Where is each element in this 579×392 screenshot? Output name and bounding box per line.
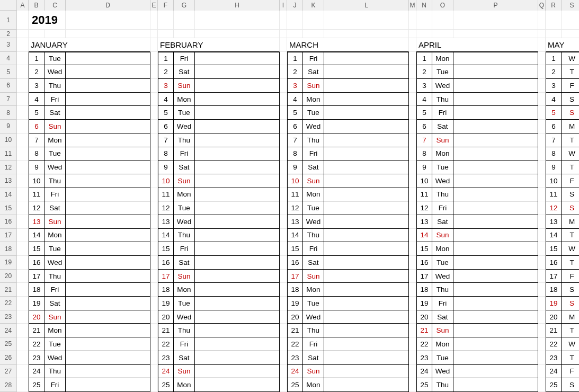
cell[interactable] — [150, 201, 158, 215]
dayname-cell[interactable]: Thu — [432, 188, 453, 202]
dayname-cell[interactable]: Mon — [432, 147, 453, 161]
row-header-10[interactable]: 10 — [0, 133, 16, 147]
col-header-P[interactable]: P — [453, 0, 538, 11]
note-cell[interactable] — [195, 52, 280, 66]
note-cell[interactable] — [66, 297, 150, 310]
dayname-cell[interactable]: Thu — [174, 324, 195, 337]
cell[interactable] — [409, 93, 416, 106]
date-cell[interactable]: 5 — [158, 106, 174, 120]
note-cell[interactable] — [453, 229, 538, 243]
dayname-cell[interactable]: Sun — [44, 215, 66, 229]
cell[interactable] — [409, 174, 416, 188]
date-cell[interactable]: 22 — [287, 337, 303, 351]
dayname-cell[interactable]: Fri — [432, 106, 453, 120]
note-cell[interactable] — [195, 297, 280, 310]
note-cell[interactable] — [324, 52, 409, 66]
date-cell[interactable]: 16 — [546, 256, 562, 270]
dayname-cell[interactable]: Wed — [44, 161, 66, 174]
cell[interactable] — [287, 11, 303, 30]
note-cell[interactable] — [453, 161, 538, 174]
dayname-cell[interactable]: Sat — [44, 297, 66, 310]
dayname-cell[interactable]: Tue — [174, 106, 195, 120]
note-cell[interactable] — [195, 283, 280, 297]
cell[interactable] — [150, 310, 158, 324]
date-cell[interactable]: 8 — [546, 147, 562, 161]
dayname-cell[interactable]: T — [562, 229, 579, 243]
note-cell[interactable] — [324, 65, 409, 79]
note-cell[interactable] — [195, 215, 280, 229]
dayname-cell[interactable]: T — [562, 324, 579, 337]
cell[interactable] — [280, 351, 287, 365]
date-cell[interactable]: 13 — [29, 215, 44, 229]
dayname-cell[interactable]: Fri — [44, 188, 66, 202]
date-cell[interactable]: 12 — [287, 201, 303, 215]
note-cell[interactable] — [195, 324, 280, 337]
date-cell[interactable]: 4 — [287, 93, 303, 106]
date-cell[interactable]: 21 — [546, 324, 562, 337]
dayname-cell[interactable]: Mon — [174, 378, 195, 392]
cell[interactable] — [453, 30, 538, 38]
cell[interactable] — [150, 30, 158, 38]
dayname-cell[interactable]: Fri — [303, 147, 324, 161]
dayname-cell[interactable]: Sat — [303, 161, 324, 174]
date-cell[interactable]: 1 — [158, 52, 174, 66]
col-header-R[interactable]: R — [546, 0, 562, 11]
row-header-8[interactable]: 8 — [0, 106, 16, 120]
note-cell[interactable] — [66, 256, 150, 270]
col-header-K[interactable]: K — [303, 0, 324, 11]
note-cell[interactable] — [195, 256, 280, 270]
cell[interactable] — [538, 147, 546, 161]
row-header-18[interactable]: 18 — [0, 242, 16, 256]
dayname-cell[interactable]: F — [562, 174, 579, 188]
note-cell[interactable] — [195, 229, 280, 243]
cell[interactable] — [538, 65, 546, 79]
dayname-cell[interactable]: Wed — [174, 120, 195, 133]
note-cell[interactable] — [195, 310, 280, 324]
date-cell[interactable]: 22 — [546, 337, 562, 351]
dayname-cell[interactable]: Fri — [174, 337, 195, 351]
dayname-cell[interactable]: Sun — [303, 174, 324, 188]
date-cell[interactable]: 25 — [416, 378, 432, 392]
date-cell[interactable]: 13 — [416, 215, 432, 229]
cell[interactable] — [416, 30, 432, 38]
dayname-cell[interactable]: M — [562, 215, 579, 229]
cell[interactable] — [150, 351, 158, 365]
cell[interactable] — [150, 38, 158, 52]
dayname-cell[interactable]: Fri — [174, 147, 195, 161]
cell[interactable] — [17, 256, 29, 270]
date-cell[interactable]: 18 — [416, 283, 432, 297]
cell[interactable] — [17, 270, 29, 283]
dayname-cell[interactable]: Thu — [174, 229, 195, 243]
date-cell[interactable]: 1 — [416, 52, 432, 66]
note-cell[interactable] — [66, 52, 150, 66]
dayname-cell[interactable]: Wed — [44, 256, 66, 270]
date-cell[interactable]: 10 — [287, 174, 303, 188]
note-cell[interactable] — [324, 378, 409, 392]
cell[interactable] — [280, 30, 287, 38]
note-cell[interactable] — [195, 120, 280, 133]
month-name-may[interactable]: MAY — [546, 38, 579, 52]
date-cell[interactable]: 4 — [158, 93, 174, 106]
dayname-cell[interactable]: Sun — [44, 310, 66, 324]
cell[interactable] — [17, 65, 29, 79]
note-cell[interactable] — [66, 120, 150, 133]
note-cell[interactable] — [453, 106, 538, 120]
cell[interactable] — [17, 201, 29, 215]
note-cell[interactable] — [453, 242, 538, 256]
cell[interactable] — [538, 242, 546, 256]
dayname-cell[interactable]: T — [562, 133, 579, 147]
cell[interactable] — [409, 297, 416, 310]
cell[interactable] — [174, 30, 195, 38]
date-cell[interactable]: 3 — [546, 79, 562, 93]
date-cell[interactable]: 3 — [287, 79, 303, 93]
date-cell[interactable]: 15 — [287, 242, 303, 256]
cell[interactable] — [409, 310, 416, 324]
date-cell[interactable]: 9 — [546, 161, 562, 174]
note-cell[interactable] — [324, 283, 409, 297]
note-cell[interactable] — [324, 256, 409, 270]
dayname-cell[interactable]: Wed — [303, 120, 324, 133]
cell[interactable] — [280, 52, 287, 66]
note-cell[interactable] — [66, 79, 150, 93]
dayname-cell[interactable]: Thu — [432, 283, 453, 297]
cell[interactable] — [409, 65, 416, 79]
